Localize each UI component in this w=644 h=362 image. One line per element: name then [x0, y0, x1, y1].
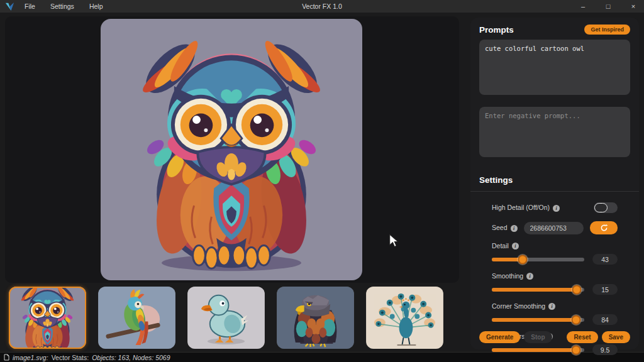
settings-heading: Settings [479, 175, 513, 185]
slider-row-smoothing: Smoothing i 15 [492, 272, 618, 295]
thumbnail-owl[interactable] [9, 287, 86, 349]
corner-smoothing-slider[interactable] [492, 318, 584, 322]
slider-value: 9.5 [592, 344, 618, 355]
high-detail-row: High Detail (Off/On)i [492, 202, 618, 213]
status-stats-value: Objects: 163, Nodes: 5069 [92, 354, 170, 361]
artboard-preview[interactable] [101, 19, 362, 280]
slider-label: Smoothing [492, 272, 523, 280]
maximize-icon[interactable]: □ [604, 3, 613, 10]
smoothing-slider[interactable] [492, 288, 584, 292]
slider-label: Corner Smoothing [492, 302, 545, 310]
seed-label: Seedi [492, 224, 518, 232]
close-icon[interactable]: × [629, 3, 638, 10]
divider [470, 191, 639, 192]
menu-help[interactable]: Help [89, 3, 103, 10]
thumbnail-strip [5, 287, 459, 349]
menu-file[interactable]: File [25, 3, 35, 10]
minimize-icon[interactable]: – [579, 3, 587, 10]
thumbnail-peacock[interactable] [366, 287, 443, 349]
thumbnail-eagle[interactable] [277, 287, 354, 349]
slider-value: 15 [592, 284, 618, 295]
slider-row-corner-smoothing: Corner Smoothing i 84 [492, 302, 618, 325]
slider-value: 84 [592, 314, 618, 325]
info-icon[interactable]: i [548, 303, 555, 310]
high-detail-toggle[interactable] [594, 202, 618, 213]
slider-handle[interactable] [571, 345, 580, 354]
info-icon[interactable]: i [512, 243, 519, 250]
app-logo-icon [5, 2, 14, 11]
titlebar: File Settings Help Vector FX 1.0 – □ × [0, 0, 644, 13]
slider-label: Detail [492, 242, 509, 250]
detail-slider[interactable] [492, 258, 584, 261]
app-window: File Settings Help Vector FX 1.0 – □ × [0, 0, 644, 362]
status-stats-label: Vector Stats: [52, 354, 89, 361]
slider-row-detail: Detail i 43 [492, 242, 618, 265]
thumbnail-parrot[interactable] [98, 287, 175, 349]
stop-button[interactable]: Stop [524, 331, 552, 343]
info-icon[interactable]: i [511, 225, 518, 232]
thumbnail-duck[interactable] [187, 287, 265, 349]
actions-footer: Generate Stop Reset Save [479, 331, 630, 343]
file-icon [4, 354, 9, 361]
reset-button[interactable]: Reset [567, 331, 597, 343]
save-button[interactable]: Save [602, 331, 630, 343]
negative-prompt-input[interactable] [479, 107, 630, 157]
slider-handle[interactable] [572, 285, 582, 294]
info-icon[interactable]: i [526, 273, 533, 280]
menubar: File Settings Help [25, 3, 103, 10]
window-controls: – □ × [579, 0, 638, 13]
prompts-heading: Prompts [479, 25, 514, 35]
slider-handle[interactable] [518, 255, 527, 264]
get-inspired-button[interactable]: Get Inspired [584, 25, 630, 35]
prompt-input[interactable]: cute colorful cartoon owl [479, 40, 630, 95]
slider-handle[interactable] [571, 315, 580, 324]
status-filename: image1.svg: [13, 354, 48, 361]
path-coarseness-slider[interactable] [492, 348, 584, 352]
owl-artwork [101, 19, 362, 280]
seed-input[interactable] [524, 222, 584, 234]
toggle-knob[interactable] [594, 203, 608, 212]
seed-row: Seedi [492, 221, 618, 234]
info-icon[interactable]: i [553, 205, 560, 212]
seed-refresh-button[interactable] [590, 221, 618, 234]
high-detail-label: High Detail (Off/On)i [492, 204, 560, 212]
mouse-cursor-icon [389, 234, 399, 248]
refresh-icon [600, 224, 608, 232]
menu-settings[interactable]: Settings [50, 3, 74, 10]
side-panel: Prompts Get Inspired cute colorful carto… [470, 18, 639, 349]
generate-button[interactable]: Generate [479, 331, 520, 343]
slider-value: 43 [592, 254, 618, 265]
